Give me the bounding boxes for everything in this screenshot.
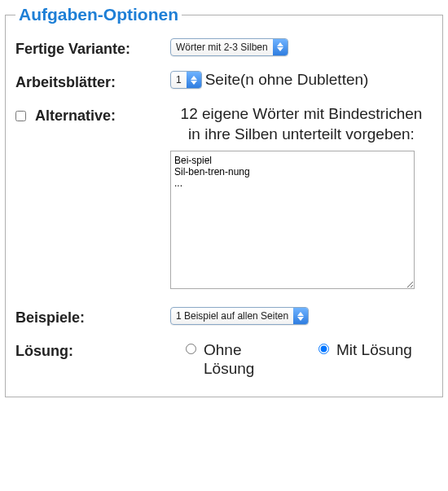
updown-icon: [273, 39, 288, 55]
solution-radio-ohne[interactable]: [186, 344, 196, 354]
solution-radio-mit[interactable]: [318, 344, 329, 354]
row-worksheets: Arbeitsblätter: 1 Seite(n ohne Dubletten…: [15, 71, 433, 91]
row-examples: Beispiele: 1 Beispiel auf allen Seiten: [15, 306, 433, 327]
svg-marker-3: [191, 81, 197, 85]
worksheets-label: Arbeitsblätter:: [15, 71, 170, 91]
options-panel: Aufgaben-Optionen Fertige Variante: Wört…: [5, 5, 443, 397]
solution-option-ohne[interactable]: Ohne Lösung: [182, 341, 285, 379]
examples-select-text: 1 Beispiel auf allen Seiten: [171, 308, 293, 324]
worksheets-count-select[interactable]: 1: [170, 71, 202, 89]
solution-option-mit[interactable]: Mit Lösung: [314, 341, 412, 360]
row-alternative: Alternative: 12 eigene Wörter mit Bindes…: [15, 104, 433, 293]
variant-label: Fertige Variante:: [15, 37, 170, 58]
worksheets-value-cell: 1 Seite(n ohne Dubletten): [170, 71, 433, 89]
worksheets-suffix: Seite(n ohne Dubletten): [205, 71, 369, 89]
examples-value-cell: 1 Beispiel auf allen Seiten: [170, 306, 433, 325]
svg-marker-5: [297, 317, 304, 321]
alternative-desc-line2: in ihre Silben unterteilt vorgeben:: [173, 125, 429, 145]
worksheets-count-text: 1: [171, 72, 187, 88]
solution-value-cell: Ohne Lösung Mit Lösung: [170, 340, 433, 379]
updown-icon: [187, 72, 201, 88]
row-solution: Lösung: Ohne Lösung Mit Lösung: [15, 340, 433, 379]
solution-label: Lösung:: [15, 340, 170, 360]
alternative-label-cell: Alternative:: [15, 104, 170, 125]
updown-icon: [293, 308, 308, 324]
examples-label: Beispiele:: [15, 306, 170, 327]
alternative-label: Alternative:: [35, 107, 116, 125]
alternative-value-cell: 12 eigene Wörter mit Bindestrichen in ih…: [170, 104, 433, 293]
alternative-words-textarea[interactable]: [170, 151, 415, 289]
panel-legend: Aufgaben-Optionen: [15, 5, 182, 24]
solution-option-mit-label: Mit Lösung: [336, 341, 412, 360]
svg-marker-4: [297, 312, 304, 316]
row-variant: Fertige Variante: Wörter mit 2-3 Silben: [15, 37, 433, 58]
variant-select-text: Wörter mit 2-3 Silben: [171, 39, 273, 55]
svg-marker-2: [191, 76, 197, 80]
svg-marker-0: [277, 42, 283, 46]
variant-select[interactable]: Wörter mit 2-3 Silben: [170, 38, 288, 56]
examples-select[interactable]: 1 Beispiel auf allen Seiten: [170, 307, 309, 325]
variant-value-cell: Wörter mit 2-3 Silben: [170, 37, 433, 56]
svg-marker-1: [277, 47, 283, 51]
alternative-description: 12 eigene Wörter mit Bindestrichen in ih…: [170, 104, 433, 144]
alternative-checkbox[interactable]: [15, 111, 26, 121]
solution-option-ohne-label: Ohne Lösung: [204, 341, 285, 379]
alternative-desc-line1: 12 eigene Wörter mit Bindestrichen: [173, 104, 429, 125]
